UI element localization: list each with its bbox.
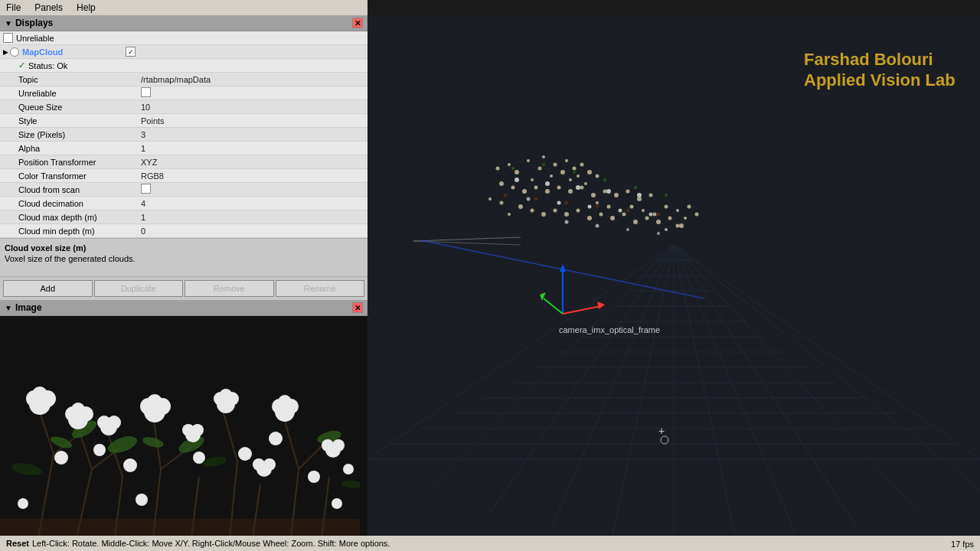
svg-text:Applied Vision Lab: Applied Vision Lab xyxy=(804,70,956,90)
svg-point-179 xyxy=(534,197,538,201)
svg-point-130 xyxy=(626,190,630,194)
menu-bar: File Panels Help xyxy=(0,0,368,15)
svg-point-161 xyxy=(653,213,657,217)
mapcloud-color-icon xyxy=(10,47,19,57)
reset-button[interactable]: Reset xyxy=(6,539,29,548)
svg-point-177 xyxy=(657,232,660,235)
description-area: Cloud voxel size (m) Voxel size of the g… xyxy=(0,238,368,276)
svg-point-169 xyxy=(557,201,561,205)
svg-point-171 xyxy=(619,209,622,213)
mapcloud-checkbox[interactable] xyxy=(126,47,136,57)
svg-point-147 xyxy=(679,223,684,228)
image-close-button[interactable]: ✕ xyxy=(352,302,363,313)
svg-point-126 xyxy=(580,186,584,190)
svg-point-122 xyxy=(534,186,538,190)
svg-rect-1 xyxy=(0,316,360,536)
menu-item-help[interactable]: Help xyxy=(74,1,99,15)
svg-point-49 xyxy=(107,416,121,429)
prop-row-color-transformer[interactable]: Color Transformer RGB8 xyxy=(0,169,368,183)
svg-point-116 xyxy=(587,170,592,174)
svg-point-60 xyxy=(123,458,137,472)
svg-point-176 xyxy=(626,228,629,231)
svg-point-107 xyxy=(542,155,545,158)
property-list[interactable]: Unreliable ▶ MapCloud ✓ Status: xyxy=(0,31,368,238)
image-canvas xyxy=(0,316,368,536)
prop-row-topic[interactable]: Topic /rtabmap/mapData xyxy=(0,73,368,86)
svg-point-55 xyxy=(263,458,276,471)
cloud-from-scan-checkbox[interactable] xyxy=(141,184,151,194)
svg-point-141 xyxy=(610,216,615,220)
menu-item-file[interactable]: File xyxy=(3,1,24,15)
remove-button[interactable]: Remove xyxy=(185,280,274,297)
add-button[interactable]: Add xyxy=(3,280,93,297)
svg-point-104 xyxy=(527,159,530,162)
description-body: Voxel size of the generated clouds. xyxy=(5,254,363,263)
unreliable-top-checkbox[interactable] xyxy=(3,33,13,43)
svg-point-166 xyxy=(576,185,580,190)
prop-row-queue-size[interactable]: Queue Size 10 xyxy=(0,100,368,114)
3d-viewport[interactable]: camera_imx_optical_frame + Farshad Bolou… xyxy=(368,15,980,536)
svg-point-145 xyxy=(656,220,661,224)
menu-item-panels[interactable]: Panels xyxy=(31,1,66,15)
prop-row-size-pixels[interactable]: Size (Pixels) 3 xyxy=(0,128,368,142)
svg-point-69 xyxy=(332,498,342,509)
svg-point-157 xyxy=(607,205,611,209)
svg-point-172 xyxy=(649,213,653,217)
svg-point-110 xyxy=(560,170,565,174)
unreliable-sub-checkbox[interactable] xyxy=(141,87,151,97)
svg-point-149 xyxy=(676,209,679,212)
svg-point-181 xyxy=(596,205,599,209)
svg-point-139 xyxy=(587,216,592,220)
svg-point-101 xyxy=(496,167,500,171)
svg-point-30 xyxy=(32,386,47,402)
prop-row-cloud-max-depth[interactable]: Cloud max depth (m) 1 xyxy=(0,210,368,224)
svg-point-150 xyxy=(688,205,691,209)
prop-row-unreliable-sub[interactable]: Unreliable xyxy=(0,86,368,100)
prop-row-cloud-min-depth[interactable]: Cloud min depth (m) 0 xyxy=(0,224,368,238)
svg-point-180 xyxy=(565,201,569,205)
svg-point-59 xyxy=(54,451,68,465)
prop-row-style[interactable]: Style Points xyxy=(0,114,368,128)
svg-point-42 xyxy=(220,389,232,401)
prop-row-cloud-decimation[interactable]: Cloud decimation 4 xyxy=(0,197,368,210)
svg-point-109 xyxy=(550,174,553,178)
prop-row-status: ✓ Status: Ok xyxy=(0,59,368,73)
prop-row-unreliable-top[interactable]: Unreliable xyxy=(0,31,368,45)
prop-row-alpha[interactable]: Alpha 1 xyxy=(0,142,368,155)
prop-row-cloud-from-scan[interactable]: Cloud from scan xyxy=(0,183,368,197)
image-collapse-icon[interactable]: ▼ xyxy=(5,304,12,312)
svg-point-54 xyxy=(253,458,265,471)
svg-point-173 xyxy=(527,197,531,201)
svg-point-113 xyxy=(569,178,572,181)
svg-point-57 xyxy=(322,439,334,452)
mapcloud-expand-icon[interactable]: ▶ xyxy=(3,48,8,56)
displays-close-button[interactable]: ✕ xyxy=(352,18,363,28)
svg-point-163 xyxy=(676,224,680,228)
svg-point-188 xyxy=(634,186,637,189)
svg-point-140 xyxy=(599,213,603,217)
svg-point-174 xyxy=(565,220,569,224)
duplicate-button[interactable]: Duplicate xyxy=(94,280,184,297)
svg-point-125 xyxy=(568,189,573,194)
svg-point-167 xyxy=(606,189,611,194)
svg-point-135 xyxy=(541,212,546,217)
svg-point-61 xyxy=(238,447,252,461)
svg-text:+: + xyxy=(658,425,665,437)
svg-text:Farshad Bolouri: Farshad Bolouri xyxy=(804,50,933,69)
prop-row-position-transformer[interactable]: Position Transformer XYZ xyxy=(0,155,368,169)
svg-point-128 xyxy=(603,190,607,194)
displays-header: ▼ Displays ✕ xyxy=(0,15,368,31)
svg-point-182 xyxy=(626,209,630,213)
svg-text:camera_imx_optical_frame: camera_imx_optical_frame xyxy=(559,325,660,334)
svg-point-164 xyxy=(514,178,519,182)
prop-row-mapcloud[interactable]: ▶ MapCloud xyxy=(0,45,368,59)
svg-point-155 xyxy=(508,213,511,216)
displays-collapse-icon[interactable]: ▼ xyxy=(5,19,12,28)
svg-point-152 xyxy=(695,213,699,217)
svg-point-186 xyxy=(573,171,576,174)
svg-point-102 xyxy=(508,163,511,166)
svg-point-142 xyxy=(622,213,626,217)
svg-point-120 xyxy=(511,186,515,190)
svg-point-187 xyxy=(603,178,606,181)
rename-button[interactable]: Rename xyxy=(276,280,365,297)
